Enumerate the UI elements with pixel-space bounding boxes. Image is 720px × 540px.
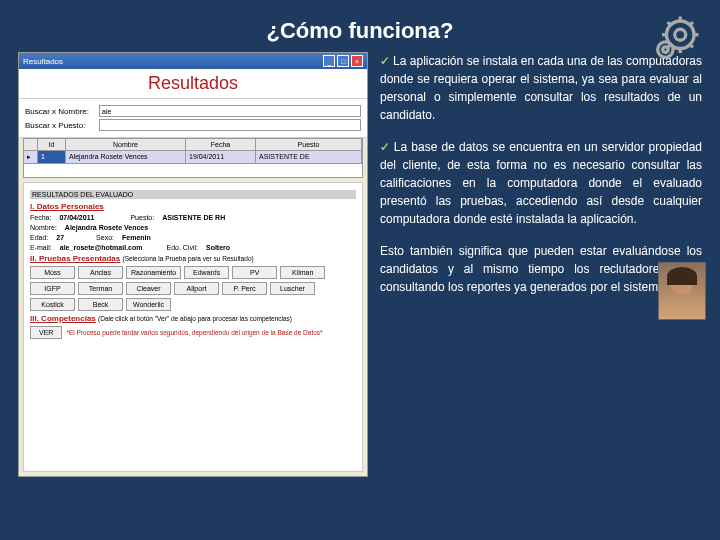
svg-point-3 — [663, 47, 669, 53]
candidate-photo — [658, 262, 706, 320]
test-button[interactable]: Cleaver — [126, 282, 171, 295]
col-fecha[interactable]: Fecha — [186, 139, 256, 150]
close-button[interactable]: × — [351, 55, 363, 67]
results-grid: Id Nombre Fecha Puesto ▸ 1 Alejandra Ros… — [23, 138, 363, 164]
check-icon: ✓ — [380, 140, 391, 154]
test-button[interactable]: Beck — [78, 298, 123, 311]
search-name-input[interactable] — [99, 105, 361, 117]
search-puesto-label: Buscar x Puesto: — [25, 121, 95, 130]
table-row[interactable]: ▸ 1 Alejandra Rosete Vences 19/04/2011 A… — [23, 151, 363, 164]
col-nombre[interactable]: Nombre — [66, 139, 186, 150]
slide-title: ¿Cómo funciona? — [0, 0, 720, 52]
window-title: Resultados — [23, 57, 63, 66]
gear-icon — [650, 10, 705, 65]
test-button[interactable]: Kilman — [280, 266, 325, 279]
test-button[interactable]: PV — [232, 266, 277, 279]
search-puesto-input[interactable] — [99, 119, 361, 131]
maximize-button[interactable]: □ — [337, 55, 349, 67]
test-button[interactable]: Kostick — [30, 298, 75, 311]
section-competencias: III. Competencias — [30, 314, 96, 323]
section-tests: II. Pruebas Presentadas — [30, 254, 120, 263]
app-screenshot: Resultados _ □ × Resultados Buscar x Nom… — [18, 52, 368, 477]
search-name-label: Buscar x Nombre: — [25, 107, 95, 116]
test-button[interactable]: Moss — [30, 266, 75, 279]
check-icon: ✓ — [380, 54, 390, 68]
ver-button[interactable]: VER — [30, 326, 62, 339]
svg-point-2 — [658, 42, 673, 57]
footnote: *El Proceso puede tardar varios segundos… — [66, 329, 322, 336]
col-puesto[interactable]: Puesto — [256, 139, 362, 150]
results-heading: Resultados — [19, 69, 367, 99]
col-id[interactable]: Id — [38, 139, 66, 150]
test-button[interactable]: Terman — [78, 282, 123, 295]
test-button[interactable]: Anclas — [78, 266, 123, 279]
test-button[interactable]: Allport — [174, 282, 219, 295]
detail-header: RESULTADOS DEL EVALUADO — [30, 190, 356, 199]
test-button[interactable]: IGFP — [30, 282, 75, 295]
test-button[interactable]: Edwards — [184, 266, 229, 279]
test-button[interactable]: P. Perc — [222, 282, 267, 295]
test-button[interactable]: Wonderlic — [126, 298, 171, 311]
detail-panel: RESULTADOS DEL EVALUADO I. Datos Persona… — [23, 182, 363, 472]
test-button[interactable]: Razonamiento — [126, 266, 181, 279]
svg-point-1 — [675, 29, 686, 40]
minimize-button[interactable]: _ — [323, 55, 335, 67]
window-titlebar: Resultados _ □ × — [19, 53, 367, 69]
section-personal: I. Datos Personales — [30, 202, 356, 211]
test-button[interactable]: Luscher — [270, 282, 315, 295]
description-text: ✓La aplicación se instala en cada una de… — [380, 52, 702, 477]
